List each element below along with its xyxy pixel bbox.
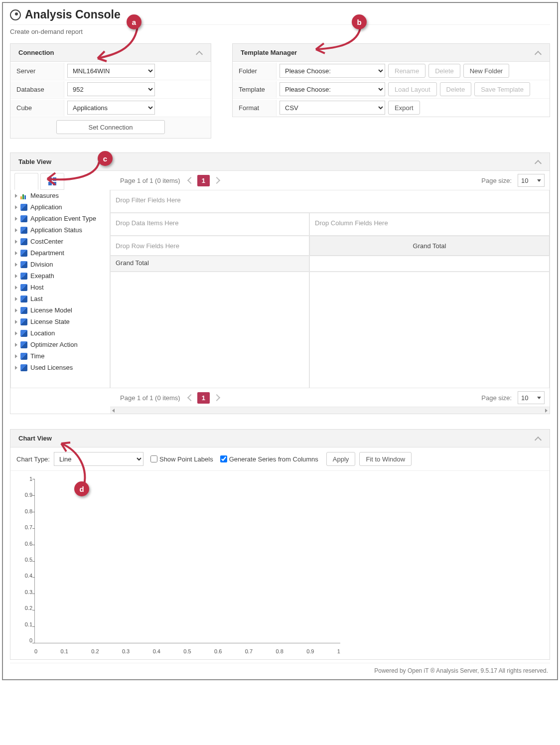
pager-next-icon[interactable] [214,177,221,184]
field-item[interactable]: Measures [11,190,110,201]
pager-prev-icon[interactable] [186,177,193,184]
database-select[interactable]: 952 [67,82,155,96]
field-item[interactable]: Time [11,350,110,362]
drop-filter-zone[interactable]: Drop Filter Fields Here [110,190,550,213]
dimension-icon [20,296,27,302]
field-item-label: Application [30,203,62,211]
load-layout-button[interactable]: Load Layout [388,82,437,96]
field-item[interactable]: Last [11,293,110,304]
delete-folder-button[interactable]: Delete [428,64,460,78]
field-item[interactable]: Application Event Type [11,213,110,224]
field-item[interactable]: Used Licenses [11,362,110,373]
delete-template-button[interactable]: Delete [440,82,472,96]
drop-column-zone[interactable]: Drop Column Fields Here [309,213,550,236]
chevron-up-icon [535,158,542,165]
template-select[interactable]: Please Choose: [280,82,385,96]
y-tick-label: 0.4 [17,573,32,579]
caret-right-icon [15,217,17,221]
pager-prev-icon[interactable] [186,394,193,401]
drop-data-zone[interactable]: Drop Data Items Here [110,213,309,236]
field-item[interactable]: Application Status [11,224,110,236]
caret-right-icon [15,286,17,290]
field-item[interactable]: CostCenter [11,236,110,247]
template-manager-header[interactable]: Template Manager [233,44,550,62]
save-template-button[interactable]: Save Template [474,82,530,96]
caret-right-icon [15,263,17,267]
pager-current-page[interactable]: 1 [197,175,210,186]
x-tick-label: 1 [337,648,340,654]
x-tick-label: 0.6 [214,648,222,654]
grid-tab[interactable] [40,173,64,190]
cube-select[interactable]: Applications [67,101,155,115]
new-folder-button[interactable]: New Folder [463,64,509,78]
field-item[interactable]: Application [11,201,110,213]
generate-series-checkbox[interactable]: Generate Series from Columns [220,455,318,463]
field-item-label: Department [30,249,64,257]
callout-b: b [352,14,367,29]
show-point-labels-checkbox[interactable]: Show Point Labels [150,455,213,463]
dimension-icon [20,273,27,280]
chart-view-header[interactable]: Chart View [10,430,550,447]
export-button[interactable]: Export [388,101,420,115]
template-label: Template [233,81,277,98]
pager-next-icon[interactable] [214,394,221,401]
x-tick-label: 0.1 [61,648,68,654]
dimension-icon [20,204,27,211]
field-item[interactable]: License Model [11,304,110,316]
caret-down-icon [537,397,541,399]
field-item-label: Division [30,261,53,268]
dimension-icon [20,238,27,245]
caret-down-icon [537,179,541,182]
connection-header[interactable]: Connection [10,44,211,62]
field-item[interactable]: Exepath [11,270,110,282]
format-label: Format [233,100,277,116]
chart-canvas: 10.90.80.70.60.50.40.30.20.10 00.10.20.3… [17,476,340,654]
chevron-up-icon [535,435,542,442]
dimension-icon [20,341,27,348]
caret-right-icon [15,297,17,301]
server-select[interactable]: MNL164WIN [67,64,155,78]
dimension-icon [20,284,27,291]
table-view-header[interactable]: Table View [10,153,550,171]
field-item[interactable]: License State [11,316,110,327]
y-tick-label: 0.2 [17,605,32,611]
page-size-select[interactable]: 10 [518,174,545,187]
caret-right-icon [15,251,17,255]
table-view-panel: c Table View Page 1 of 1 (0 items) 1 Pag… [10,152,550,414]
page-size-label: Page size: [481,394,512,402]
folder-select[interactable]: Please Choose: [280,64,385,78]
field-item-label: Exepath [30,272,54,280]
y-tick-label: 0.7 [17,524,32,530]
chart-type-label: Chart Type: [16,455,50,463]
template-manager-panel: Template Manager Folder Please Choose: R… [232,43,550,117]
field-item-label: Host [30,284,44,291]
horizontal-scrollbar[interactable] [110,407,550,414]
set-connection-button[interactable]: Set Connection [56,120,165,134]
field-item[interactable]: Host [11,282,110,293]
dimension-icon [20,330,27,337]
folder-label: Folder [233,63,277,79]
y-tick-label: 0.1 [17,621,32,627]
rename-folder-button[interactable]: Rename [388,64,425,78]
pager-current-page[interactable]: 1 [197,392,210,404]
field-item[interactable]: Optimizer Action [11,339,110,350]
field-list[interactable]: MeasuresApplicationApplication Event Typ… [10,190,110,388]
page-size-select[interactable]: 10 [518,391,545,404]
chevron-up-icon [196,49,203,56]
caret-right-icon [15,240,17,244]
x-tick-label: 0.4 [153,648,160,654]
field-item[interactable]: Location [11,327,110,339]
pivot-tab[interactable] [14,173,38,190]
field-item[interactable]: Division [11,259,110,270]
console-icon [10,9,21,20]
chart-type-select[interactable]: Line [54,452,143,466]
page-title: Analysis Console [25,8,121,21]
page-size-label: Page size: [481,177,512,184]
fit-to-window-button[interactable]: Fit to Window [359,452,412,466]
field-item-label: CostCenter [30,238,63,245]
format-select[interactable]: CSV [280,101,385,115]
apply-button[interactable]: Apply [326,452,356,466]
field-item[interactable]: Department [11,247,110,259]
drop-row-zone[interactable]: Drop Row Fields Here [110,236,309,256]
caret-right-icon [15,366,17,370]
